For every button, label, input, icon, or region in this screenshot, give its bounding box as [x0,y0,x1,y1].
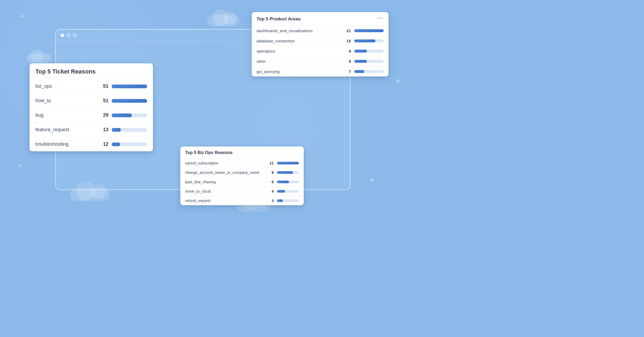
card-title: Top 5 Product Areas [257,16,301,22]
window-dot-icon [61,34,64,37]
row-label: dashboards_and_visualizations [257,28,342,33]
row-value: 51 [99,98,108,104]
row-label: operations [257,49,342,53]
bar-track [354,50,384,53]
row-label: troubleshooting [35,141,97,147]
card-header: Top 5 Product Areas ••• [252,12,389,26]
window-dot-icon [67,34,70,37]
bar-track [112,85,147,88]
bar-fill [112,142,120,146]
card-menu-button[interactable]: ••• [377,16,384,22]
row-label: move_to_cloud [185,189,266,193]
bar-track [112,113,147,117]
list-item[interactable]: bug 29 [30,108,153,123]
row-label: other [257,59,342,64]
bar-fill [277,181,289,183]
bar-fill [112,128,121,132]
window-dot-icon [73,34,76,37]
list-item[interactable]: biz_ops 51 [30,79,153,94]
list-item[interactable]: change_account_owner_or_company_name 8 [180,168,304,177]
list-item[interactable]: refund_request 3 [180,196,304,205]
row-label: change_account_owner_or_company_name [185,170,266,175]
sparkle-icon: + [18,161,23,170]
bar-track [354,39,384,42]
row-value: 12 [99,141,108,147]
bar-track [277,190,299,193]
bar-track [277,199,299,202]
list-item[interactable]: operations 9 [252,46,389,56]
row-label: database_connection [257,39,342,43]
row-value: 8 [268,170,274,175]
bar-fill [112,113,132,117]
bar-fill [112,85,147,88]
bar-fill [354,70,364,73]
card-header: Top 5 Ticket Reasons [30,63,153,79]
bar-fill [112,99,147,103]
bar-fill [354,29,384,32]
row-value: 15 [345,39,351,43]
bar-fill [277,190,285,193]
bar-fill [277,162,299,164]
list-item[interactable]: move_to_cloud 4 [180,187,304,196]
list-item[interactable]: other 9 [252,56,389,67]
row-value: 7 [345,69,351,74]
list-item[interactable]: past_due_chasing 6 [180,177,304,187]
row-label: refund_request [185,199,266,203]
bar-fill [354,39,375,42]
bar-track [112,99,147,103]
list-item[interactable]: cancel_subscription 11 [180,159,304,168]
bar-fill [354,50,367,53]
row-value: 9 [345,59,351,64]
diamond-icon: ◆ [20,13,24,19]
diamond-icon: ◆ [370,177,374,182]
row-label: bug [35,112,97,118]
bar-track [354,70,384,73]
card-ticket-reasons: Top 5 Ticket Reasons biz_ops 51 how_to 5… [30,63,153,151]
row-label: how_to [35,98,97,104]
card-bizops-reasons: Top 5 Biz Ops Reasons cancel_subscriptio… [180,146,304,205]
row-value: 11 [268,161,274,165]
row-label: gui_querying [257,69,342,74]
row-value: 13 [99,127,108,133]
bar-fill [277,171,293,174]
row-label: past_due_chasing [185,180,266,184]
bar-track [277,162,299,164]
row-value: 29 [99,112,108,118]
card-product-areas: Top 5 Product Areas ••• dashboards_and_v… [252,12,389,76]
row-value: 4 [268,189,274,193]
card-title: Top 5 Ticket Reasons [35,68,96,75]
card-header: Top 5 Biz Ops Reasons [180,146,304,159]
list-item[interactable]: gui_querying 7 [252,67,389,76]
bar-track [354,60,384,63]
cloud-icon [27,54,51,63]
list-item[interactable]: troubleshooting 12 [30,137,153,151]
list-item[interactable]: database_connection 15 [252,36,389,46]
sparkle-icon: + [395,76,401,87]
row-label: biz_ops [35,83,97,89]
row-value: 6 [268,180,274,184]
row-label: feature_request [35,127,97,133]
cloud-icon [207,15,239,26]
bar-track [354,29,384,32]
bar-track [112,142,147,146]
row-value: 9 [345,49,351,53]
row-label: cancel_subscription [185,161,266,165]
list-item[interactable]: how_to 51 [30,94,153,108]
bar-fill [277,199,283,202]
bar-track [277,181,299,183]
bar-track [277,171,299,174]
row-value: 51 [99,83,108,89]
row-value: 3 [268,199,274,203]
list-item[interactable]: feature_request 13 [30,123,153,137]
list-item[interactable]: dashboards_and_visualizations 21 [252,26,389,36]
card-title: Top 5 Biz Ops Reasons [185,150,233,155]
bar-track [112,128,147,132]
bar-fill [354,60,367,63]
row-value: 21 [345,28,351,33]
